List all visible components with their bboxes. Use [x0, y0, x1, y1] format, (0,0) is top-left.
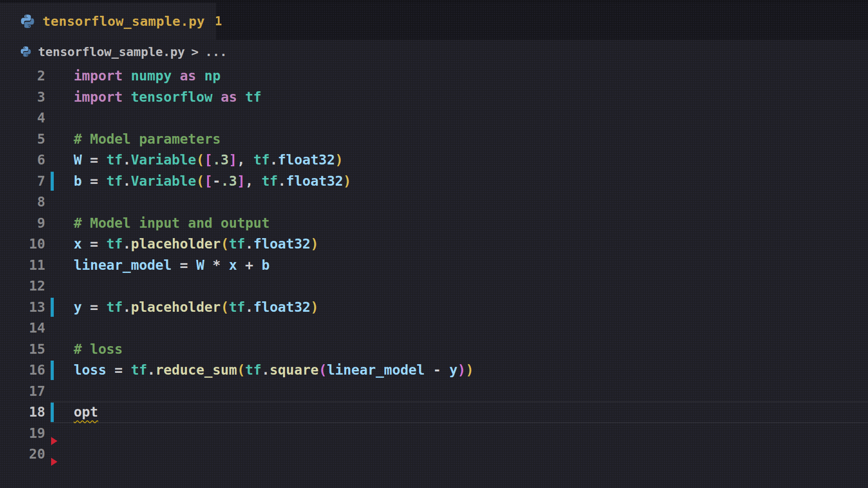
tab-filename: tensorflow_sample.py	[42, 14, 205, 29]
gutter	[51, 318, 54, 339]
token-kw: import	[74, 89, 123, 105]
token-vr: y	[74, 299, 82, 315]
token-fn: square	[270, 362, 319, 378]
code-line[interactable]: 10x = tf.placeholder(tf.float32)	[0, 234, 868, 255]
line-number: 19	[0, 423, 45, 444]
python-icon	[20, 46, 32, 57]
token-vr: x	[229, 257, 237, 273]
token-op: .	[245, 299, 253, 315]
gutter	[51, 213, 54, 234]
breadcrumb-file[interactable]: tensorflow_sample.py	[38, 45, 185, 59]
code-line[interactable]: 17	[0, 381, 868, 402]
token-kw: as	[180, 68, 196, 84]
gutter	[51, 360, 54, 381]
code-line[interactable]: 4	[0, 108, 868, 129]
line-number: 20	[0, 444, 45, 465]
gutter	[51, 255, 54, 276]
token-vr: loss	[74, 362, 106, 378]
gutter	[51, 297, 54, 318]
line-number: 2	[0, 66, 45, 87]
token-b1: )	[311, 299, 319, 315]
code-text: W = tf.Variable([.3], tf.float32)	[74, 150, 343, 171]
code-line[interactable]: 16loss = tf.reduce_sum(tf.square(linear_…	[0, 360, 868, 381]
code-text: x = tf.placeholder(tf.float32)	[74, 234, 319, 255]
line-number: 6	[0, 150, 45, 171]
error-marker-icon	[51, 458, 57, 466]
token-op: =	[82, 152, 106, 168]
token-op: .	[245, 236, 253, 252]
code-text: y = tf.placeholder(tf.float32)	[74, 297, 319, 318]
breadcrumb-ellipsis[interactable]: ...	[205, 45, 227, 59]
token-fn: reduce_sum	[156, 362, 237, 378]
token-md: tf	[229, 236, 245, 252]
code-text: # Model input and output	[74, 213, 269, 234]
code-line[interactable]: 3import tensorflow as tf	[0, 87, 868, 108]
token-md: tensorflow	[131, 89, 212, 105]
code-line[interactable]: 11linear_model = W * x + b	[0, 255, 868, 276]
code-line[interactable]: 14	[0, 318, 868, 339]
gutter	[51, 108, 54, 129]
code-line[interactable]: 12	[0, 276, 868, 297]
token-cm: # Model input and output	[74, 215, 269, 231]
token-fn: placeholder	[131, 236, 221, 252]
token-vr: W	[74, 152, 82, 168]
code-line[interactable]: 19	[0, 423, 868, 444]
code-line[interactable]: 9# Model input and output	[0, 213, 868, 234]
token-op	[123, 68, 131, 84]
token-op: .	[123, 236, 131, 252]
token-nm: .3	[212, 152, 229, 168]
token-op: .	[123, 173, 131, 189]
token-op	[123, 89, 131, 105]
token-vr: b	[74, 173, 82, 189]
code-line[interactable]: 20	[0, 444, 868, 465]
token-md: tf	[229, 299, 245, 315]
token-vr: b	[261, 257, 269, 273]
token-md: tf	[106, 173, 123, 189]
code-line[interactable]: 2import numpy as np	[0, 66, 868, 87]
line-number: 4	[0, 108, 45, 129]
token-op	[212, 89, 221, 105]
token-cm: # loss	[74, 341, 123, 357]
token-op: -	[212, 173, 221, 189]
code-text: # Model parameters	[74, 129, 221, 150]
code-line[interactable]: 15# loss	[0, 339, 868, 360]
line-number: 11	[0, 255, 45, 276]
code-text: # loss	[74, 339, 123, 360]
code-line[interactable]: 6W = tf.Variable([.3], tf.float32)	[0, 150, 868, 171]
token-fn: placeholder	[131, 299, 221, 315]
token-vr: float32	[253, 299, 310, 315]
code-editor[interactable]: 2import numpy as np3import tensorflow as…	[0, 63, 868, 465]
line-number: 9	[0, 213, 45, 234]
gutter	[51, 66, 54, 87]
token-op: =	[172, 257, 196, 273]
gutter-modified-bar	[51, 403, 54, 422]
token-b2: ]	[237, 173, 245, 189]
token-md: numpy	[131, 68, 171, 84]
token-op: *	[204, 257, 229, 273]
code-text: import tensorflow as tf	[74, 87, 261, 108]
gutter-modified-bar	[51, 361, 54, 380]
line-number: 13	[0, 297, 45, 318]
gutter	[51, 339, 54, 360]
tab-tensorflow-sample[interactable]: tensorflow_sample.py 1	[0, 3, 216, 40]
code-line[interactable]: 7b = tf.Variable([-.3], tf.float32)	[0, 171, 868, 192]
line-number: 15	[0, 339, 45, 360]
token-op: .	[123, 152, 131, 168]
code-line[interactable]: 18opt	[0, 402, 868, 423]
code-line[interactable]: 13y = tf.placeholder(tf.float32)	[0, 297, 868, 318]
token-md: tf	[253, 152, 269, 168]
token-op: .	[270, 152, 278, 168]
token-vr: linear_model	[74, 257, 172, 273]
gutter	[51, 171, 54, 192]
token-b1: (	[221, 299, 229, 315]
line-number: 14	[0, 318, 45, 339]
code-line[interactable]: 5# Model parameters	[0, 129, 868, 150]
gutter	[51, 87, 54, 108]
token-md: tf	[261, 173, 278, 189]
token-b1: (	[237, 362, 245, 378]
gutter	[51, 129, 54, 150]
code-line[interactable]: 8	[0, 192, 868, 213]
token-b2: ]	[229, 152, 237, 168]
token-op: .	[123, 299, 131, 315]
token-md: tf	[245, 362, 261, 378]
